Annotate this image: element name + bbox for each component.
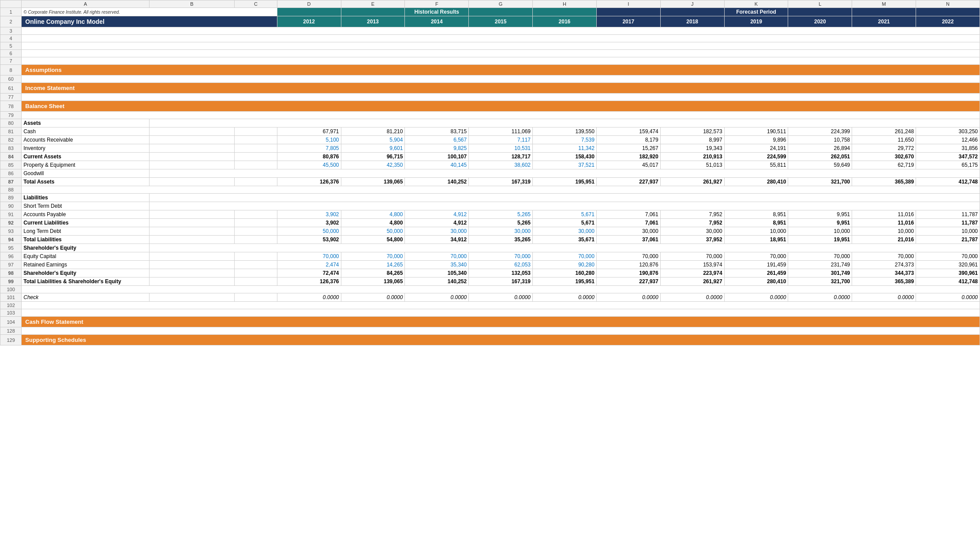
- check-label: Check: [22, 293, 150, 302]
- ap-2017: 7,061: [596, 210, 660, 219]
- check-2020: 0.0000: [788, 293, 852, 302]
- row-89-liabilities: 89 Liabilities: [0, 194, 980, 202]
- row-100: 100: [0, 286, 980, 293]
- ta-2021: 365,389: [852, 178, 916, 186]
- tl-2015: 35,265: [469, 236, 533, 244]
- col-header-b[interactable]: B: [149, 0, 234, 8]
- column-header-row: A B C D E F G H I J K L M N: [0, 0, 980, 8]
- forecast-label: Forecast Period: [724, 8, 788, 16]
- col-header-a[interactable]: A: [22, 0, 150, 8]
- cash-2018: 182,573: [660, 127, 724, 136]
- ca-2022: 347,572: [916, 153, 980, 161]
- col-header-h[interactable]: H: [533, 0, 597, 8]
- se-2021: 344,373: [852, 269, 916, 277]
- ar-2018: 8,997: [660, 136, 724, 144]
- row-3: 3: [0, 27, 980, 35]
- ec-2012: 70,000: [277, 252, 341, 261]
- tl-2013: 54,800: [341, 236, 405, 244]
- tlse-2012: 126,376: [277, 277, 341, 286]
- se-2012: 72,474: [277, 269, 341, 277]
- inv-2020: 26,894: [788, 144, 852, 153]
- se-2018: 223,974: [660, 269, 724, 277]
- ap-2013: 4,800: [341, 210, 405, 219]
- cash-2020: 224,399: [788, 127, 852, 136]
- forecast-label-mid3: [852, 8, 916, 16]
- ap-label: Accounts Payable: [22, 210, 150, 219]
- inv-2015: 10,531: [469, 144, 533, 153]
- ta-2020: 321,700: [788, 178, 852, 186]
- col-header-l[interactable]: L: [788, 0, 852, 8]
- col-header-e[interactable]: E: [341, 0, 405, 8]
- re-label: Retained Earnings: [22, 261, 150, 269]
- tlse-2019: 280,410: [724, 277, 788, 286]
- ppe-2018: 51,013: [660, 161, 724, 169]
- std-label: Short Term Debt: [22, 202, 150, 210]
- col-header-j[interactable]: J: [660, 0, 724, 8]
- tl-2012: 53,902: [277, 236, 341, 244]
- ta-2016: 195,951: [533, 178, 597, 186]
- row-94-tl: 94 Total Liabilities 53,902 54,800 34,91…: [0, 236, 980, 244]
- row-num-129: 129: [0, 335, 22, 345]
- year-2020: 2020: [788, 16, 852, 27]
- ltd-2015: 30,000: [469, 227, 533, 236]
- row-86-goodwill: 86 Goodwill: [0, 169, 980, 178]
- row-num-92: 92: [0, 219, 22, 227]
- ta-2012: 126,376: [277, 178, 341, 186]
- ca-2013: 96,715: [341, 153, 405, 161]
- re-2021: 274,373: [852, 261, 916, 269]
- ppe-2022: 65,175: [916, 161, 980, 169]
- ppe-2014: 40,145: [405, 161, 469, 169]
- row-8-assumptions: 8 Assumptions: [0, 65, 980, 75]
- col-header-d[interactable]: D: [277, 0, 341, 8]
- row-num-2: 2: [0, 16, 22, 27]
- col-header-i[interactable]: I: [596, 0, 660, 8]
- year-2014: 2014: [405, 16, 469, 27]
- row-num-98: 98: [0, 269, 22, 277]
- inv-2014: 9,825: [405, 144, 469, 153]
- cash-2016: 139,550: [533, 127, 597, 136]
- ltd-2021: 10,000: [852, 227, 916, 236]
- col-header-m[interactable]: M: [852, 0, 916, 8]
- ca-2015: 128,717: [469, 153, 533, 161]
- col-header-g[interactable]: G: [469, 0, 533, 8]
- liabilities-label: Liabilities: [22, 194, 150, 202]
- row-128: 128: [0, 327, 980, 335]
- tl-2021: 21,016: [852, 236, 916, 244]
- cl-2016: 5,671: [533, 219, 597, 227]
- ec-label: Equity Capital: [22, 252, 150, 261]
- row-84-current-assets: 84 Current Assets 80,876 96,715 100,107 …: [0, 153, 980, 161]
- ppe-2020: 59,649: [788, 161, 852, 169]
- cl-label: Current Liabilities: [22, 219, 150, 227]
- ar-label: Accounts Receivable: [22, 136, 150, 144]
- row-80-assets: 80 Assets: [0, 119, 980, 127]
- row-2: 2 Online Company Inc Model 2012 2013 201…: [0, 16, 980, 27]
- ltd-2019: 10,000: [724, 227, 788, 236]
- cash-2013: 81,210: [341, 127, 405, 136]
- col-header-c[interactable]: C: [235, 0, 277, 8]
- balance-sheet-header: Balance Sheet: [22, 101, 980, 112]
- row-79: 79: [0, 112, 980, 119]
- year-2017: 2017: [596, 16, 660, 27]
- tlse-2017: 227,937: [596, 277, 660, 286]
- col-header-f[interactable]: F: [405, 0, 469, 8]
- inv-2017: 15,267: [596, 144, 660, 153]
- row-1: 1 © Corporate Finance Institute. All rig…: [0, 8, 980, 16]
- cash-2017: 159,474: [596, 127, 660, 136]
- tlse-2016: 195,951: [533, 277, 597, 286]
- cash-2019: 190,511: [724, 127, 788, 136]
- row-num-85: 85: [0, 161, 22, 169]
- col-header-n[interactable]: N: [916, 0, 980, 8]
- cash-2014: 83,715: [405, 127, 469, 136]
- cashflow-header: Cash Flow Statement: [22, 317, 980, 327]
- cash-2012: 67,971: [277, 127, 341, 136]
- col-header-k[interactable]: K: [724, 0, 788, 8]
- ar-2014: 6,567: [405, 136, 469, 144]
- row-93-ltd: 93 Long Term Debt 50,000 50,000 30,000 3…: [0, 227, 980, 236]
- ar-2017: 8,179: [596, 136, 660, 144]
- ca-2020: 262,051: [788, 153, 852, 161]
- ltd-2016: 30,000: [533, 227, 597, 236]
- ltd-2022: 10,000: [916, 227, 980, 236]
- ec-2016: 70,000: [533, 252, 597, 261]
- ar-2019: 9,896: [724, 136, 788, 144]
- row-num-90: 90: [0, 202, 22, 210]
